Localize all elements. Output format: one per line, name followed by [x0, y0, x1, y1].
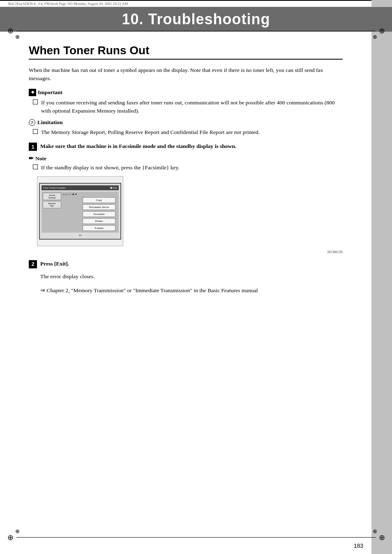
- corner-mark-tr: ⊕: [378, 27, 386, 35]
- h-line-bottom: [16, 537, 376, 538]
- limitation-text-1: The Memory Storage Report, Polling Reser…: [41, 128, 260, 136]
- step-2-number: 2: [29, 260, 37, 268]
- step-1-block: 1 Make sure that the machine is in Facsi…: [29, 142, 343, 151]
- inner-corner-mark-tl: ⊕: [13, 33, 21, 41]
- page-number: 183: [354, 542, 363, 549]
- right-sidebar: [371, 0, 392, 554]
- important-header: ❖ Important: [29, 89, 343, 96]
- note-text-1: If the standby display is not shown, pre…: [41, 164, 180, 172]
- machine-image-inner: User Tools/Counter ◆/Ent ScreenContrast …: [37, 177, 123, 246]
- file-info-text: RuC2FaxADEN-E_V4_FM.book Page 183 Monday…: [8, 2, 128, 6]
- machine-image-caption: 2FGH013N: [37, 250, 343, 254]
- icon-5: ★: [72, 193, 74, 196]
- main-content: When Toner Runs Out When the machine has…: [29, 32, 367, 317]
- intro-paragraph: When the machine has run out of toner a …: [29, 66, 343, 83]
- screen-btn-screen-contrast: ScreenContrast: [43, 193, 61, 200]
- screen-btn-facsimile: Facsimile: [83, 211, 115, 217]
- file-info-bar: RuC2FaxADEN-E_V4_FM.book Page 183 Monday…: [0, 0, 392, 7]
- icon-6: ✦: [75, 193, 77, 196]
- limitation-item-1: The Memory Storage Report, Polling Reser…: [33, 128, 343, 136]
- step-1-number: 1: [29, 143, 37, 151]
- screen-btn-printer: Printer: [83, 218, 115, 224]
- screen-top-right: ◆/Ent: [110, 186, 117, 189]
- note-item-1: If the standby display is not shown, pre…: [33, 164, 343, 172]
- step-2-detail-2: ⇒ Chapter 2, "Memory Transmission" or "I…: [40, 286, 343, 295]
- inner-corner-mark-tr: ⊕: [371, 33, 379, 41]
- inner-corner-mark-br: ⊕: [371, 527, 379, 536]
- screen-btn-copy: Copy: [83, 197, 115, 203]
- note-label: Note: [35, 155, 46, 162]
- icon-3: ⌂: [67, 193, 68, 196]
- icon-4: ☆: [69, 193, 71, 196]
- screen-btn-document-server: Document Server: [83, 204, 115, 210]
- important-icon: ❖: [29, 89, 36, 96]
- screen-btn-receive-file: ReceiveFile: [43, 201, 61, 208]
- screen-top-bar: User Tools/Counter ◆/Ent: [42, 185, 119, 190]
- chapter-title: 10. Troubleshooting: [122, 11, 270, 28]
- chapter-header: 10. Troubleshooting: [0, 7, 392, 32]
- step-2-detail-1: The error display closes.: [40, 272, 343, 281]
- icon-1: ⌂: [62, 193, 64, 196]
- screen-menu-buttons: Copy Document Server Facsimile Printer S…: [62, 197, 118, 231]
- screen-icon-row: ⌂ ⌂ ⌂ ☆ ★ ✦: [62, 193, 118, 196]
- checkbox-icon-1: [33, 99, 38, 104]
- icon-2: ⌂: [65, 193, 66, 196]
- checkbox-icon-3: [33, 164, 38, 169]
- screen-mockup: User Tools/Counter ◆/Ent ScreenContrast …: [39, 183, 121, 240]
- screen-center-panel: ⌂ ⌂ ⌂ ☆ ★ ✦ Copy Document Server Facsimi…: [62, 193, 118, 231]
- step-1-text: Make sure that the machine is in Facsimi…: [40, 142, 236, 150]
- limitation-icon: ?: [29, 119, 35, 126]
- important-label: Important: [38, 89, 62, 96]
- step-2-block: 2 Press [Exit].: [29, 260, 343, 268]
- note-header: ✏ Note: [29, 155, 343, 162]
- limitation-header: ? Limitation: [29, 119, 343, 126]
- screen-bottom-arrow: ⇦: [42, 233, 119, 237]
- screen-btn-scanner: Scanner: [83, 225, 115, 231]
- section-title: When Toner Runs Out: [29, 44, 343, 60]
- inner-corner-mark-bl: ⊕: [13, 527, 21, 536]
- important-text-1: If you continue receiving and sending fa…: [41, 99, 343, 115]
- note-icon: ✏: [29, 155, 34, 162]
- screen-top-left: User Tools/Counter: [43, 186, 66, 189]
- h-line-top: [16, 31, 376, 31]
- checkbox-icon-2: [33, 129, 38, 134]
- important-item-1: If you continue receiving and sending fa…: [33, 99, 343, 115]
- corner-mark-br: ⊕: [378, 533, 386, 542]
- limitation-label: Limitation: [37, 119, 63, 126]
- machine-screen-image: User Tools/Counter ◆/Ent ScreenContrast …: [37, 176, 123, 246]
- step-2-text: Press [Exit].: [40, 260, 69, 268]
- screen-left-panel: ScreenContrast ReceiveFile: [43, 193, 61, 231]
